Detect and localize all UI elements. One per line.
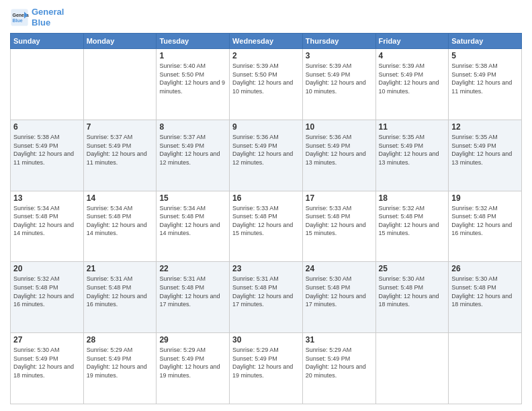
calendar-cell: [375, 333, 449, 404]
day-detail: Sunrise: 5:30 AMSunset: 5:48 PMDaylight:…: [379, 275, 446, 308]
calendar-cell: 17Sunrise: 5:33 AMSunset: 5:48 PMDayligh…: [302, 191, 375, 262]
calendar-cell: 25Sunrise: 5:30 AMSunset: 5:48 PMDayligh…: [375, 262, 449, 333]
day-detail: Sunrise: 5:34 AMSunset: 5:48 PMDaylight:…: [87, 204, 154, 238]
day-detail: Sunrise: 5:32 AMSunset: 5:48 PMDaylight:…: [451, 204, 519, 238]
calendar-cell: 29Sunrise: 5:29 AMSunset: 5:49 PMDayligh…: [157, 333, 230, 404]
general-blue-logo-icon: General Blue: [10, 8, 29, 27]
calendar-cell: 7Sunrise: 5:37 AMSunset: 5:49 PMDaylight…: [83, 120, 157, 191]
day-number: 10: [306, 122, 373, 132]
weekday-header-tuesday: Tuesday: [157, 34, 230, 49]
day-detail: Sunrise: 5:38 AMSunset: 5:49 PMDaylight:…: [451, 62, 519, 95]
weekday-header-sunday: Sunday: [11, 34, 84, 49]
calendar-cell: 12Sunrise: 5:35 AMSunset: 5:49 PMDayligh…: [449, 120, 522, 191]
day-number: 3: [306, 51, 373, 60]
weekday-header-monday: Monday: [83, 34, 157, 49]
day-number: 27: [13, 335, 81, 345]
day-number: 2: [232, 51, 300, 60]
calendar-cell: 4Sunrise: 5:39 AMSunset: 5:49 PMDaylight…: [375, 49, 449, 120]
calendar-cell: 13Sunrise: 5:34 AMSunset: 5:48 PMDayligh…: [11, 191, 84, 262]
day-number: 20: [13, 264, 81, 273]
day-number: 4: [379, 51, 446, 60]
calendar-cell: 16Sunrise: 5:33 AMSunset: 5:48 PMDayligh…: [230, 191, 303, 262]
day-number: 13: [13, 193, 81, 203]
day-number: 31: [306, 335, 373, 345]
weekday-header-row: SundayMondayTuesdayWednesdayThursdayFrid…: [11, 34, 522, 49]
calendar-cell: 31Sunrise: 5:29 AMSunset: 5:49 PMDayligh…: [302, 333, 375, 404]
day-number: 23: [232, 264, 300, 273]
calendar-cell: [11, 49, 84, 120]
calendar-cell: [449, 333, 522, 404]
day-detail: Sunrise: 5:31 AMSunset: 5:48 PMDaylight:…: [232, 275, 300, 308]
day-number: 8: [159, 122, 226, 132]
weekday-header-saturday: Saturday: [449, 34, 522, 49]
week-row-5: 27Sunrise: 5:30 AMSunset: 5:49 PMDayligh…: [11, 333, 522, 404]
day-detail: Sunrise: 5:36 AMSunset: 5:49 PMDaylight:…: [232, 133, 300, 167]
svg-text:Blue: Blue: [13, 18, 23, 23]
calendar-cell: 9Sunrise: 5:36 AMSunset: 5:49 PMDaylight…: [230, 120, 303, 191]
day-detail: Sunrise: 5:36 AMSunset: 5:49 PMDaylight:…: [306, 133, 373, 167]
calendar-cell: 10Sunrise: 5:36 AMSunset: 5:49 PMDayligh…: [302, 120, 375, 191]
day-detail: Sunrise: 5:34 AMSunset: 5:48 PMDaylight:…: [159, 204, 226, 238]
week-row-2: 6Sunrise: 5:38 AMSunset: 5:49 PMDaylight…: [11, 120, 522, 191]
calendar-cell: 19Sunrise: 5:32 AMSunset: 5:48 PMDayligh…: [449, 191, 522, 262]
day-number: 18: [379, 193, 446, 203]
calendar-cell: 14Sunrise: 5:34 AMSunset: 5:48 PMDayligh…: [83, 191, 157, 262]
calendar-cell: 8Sunrise: 5:37 AMSunset: 5:49 PMDaylight…: [157, 120, 230, 191]
day-detail: Sunrise: 5:32 AMSunset: 5:48 PMDaylight:…: [379, 204, 446, 238]
day-number: 28: [87, 335, 154, 345]
calendar-cell: 11Sunrise: 5:35 AMSunset: 5:49 PMDayligh…: [375, 120, 449, 191]
day-detail: Sunrise: 5:37 AMSunset: 5:49 PMDaylight:…: [87, 133, 154, 167]
calendar-cell: 15Sunrise: 5:34 AMSunset: 5:48 PMDayligh…: [157, 191, 230, 262]
day-number: 24: [306, 264, 373, 273]
day-detail: Sunrise: 5:33 AMSunset: 5:48 PMDaylight:…: [232, 204, 300, 238]
calendar-cell: 27Sunrise: 5:30 AMSunset: 5:49 PMDayligh…: [11, 333, 84, 404]
day-number: 25: [379, 264, 446, 273]
day-detail: Sunrise: 5:31 AMSunset: 5:48 PMDaylight:…: [159, 275, 226, 308]
day-number: 22: [159, 264, 226, 273]
calendar-cell: 3Sunrise: 5:39 AMSunset: 5:49 PMDaylight…: [302, 49, 375, 120]
day-detail: Sunrise: 5:29 AMSunset: 5:49 PMDaylight:…: [232, 346, 300, 379]
calendar-cell: 1Sunrise: 5:40 AMSunset: 5:50 PMDaylight…: [157, 49, 230, 120]
calendar-table: SundayMondayTuesdayWednesdayThursdayFrid…: [10, 33, 522, 404]
calendar-cell: 24Sunrise: 5:30 AMSunset: 5:48 PMDayligh…: [302, 262, 375, 333]
day-number: 29: [159, 335, 226, 345]
day-number: 19: [451, 193, 519, 203]
day-detail: Sunrise: 5:29 AMSunset: 5:49 PMDaylight:…: [159, 346, 226, 379]
page: General Blue General Blue SundayMondayTu…: [0, 0, 532, 411]
calendar-cell: 20Sunrise: 5:32 AMSunset: 5:48 PMDayligh…: [11, 262, 84, 333]
day-number: 1: [159, 51, 226, 60]
weekday-header-friday: Friday: [375, 34, 449, 49]
calendar-cell: 5Sunrise: 5:38 AMSunset: 5:49 PMDaylight…: [449, 49, 522, 120]
calendar-cell: 6Sunrise: 5:38 AMSunset: 5:49 PMDaylight…: [11, 120, 84, 191]
day-detail: Sunrise: 5:31 AMSunset: 5:48 PMDaylight:…: [87, 275, 154, 308]
logo: General Blue General Blue: [10, 7, 64, 28]
svg-rect-0: [11, 9, 28, 26]
day-number: 26: [451, 264, 519, 273]
day-detail: Sunrise: 5:30 AMSunset: 5:48 PMDaylight:…: [451, 275, 519, 308]
day-number: 5: [451, 51, 519, 60]
day-number: 30: [232, 335, 300, 345]
day-number: 15: [159, 193, 226, 203]
day-detail: Sunrise: 5:39 AMSunset: 5:49 PMDaylight:…: [306, 62, 373, 95]
day-detail: Sunrise: 5:35 AMSunset: 5:49 PMDaylight:…: [379, 133, 446, 167]
calendar-cell: 30Sunrise: 5:29 AMSunset: 5:49 PMDayligh…: [230, 333, 303, 404]
calendar-cell: 22Sunrise: 5:31 AMSunset: 5:48 PMDayligh…: [157, 262, 230, 333]
logo-text: General Blue: [32, 7, 64, 28]
day-detail: Sunrise: 5:30 AMSunset: 5:48 PMDaylight:…: [306, 275, 373, 308]
day-number: 6: [13, 122, 81, 132]
day-detail: Sunrise: 5:29 AMSunset: 5:49 PMDaylight:…: [306, 346, 373, 379]
day-number: 14: [87, 193, 154, 203]
weekday-header-wednesday: Wednesday: [230, 34, 303, 49]
day-detail: Sunrise: 5:34 AMSunset: 5:48 PMDaylight:…: [13, 204, 81, 238]
header: General Blue General Blue: [10, 7, 522, 28]
calendar-cell: [83, 49, 157, 120]
week-row-1: 1Sunrise: 5:40 AMSunset: 5:50 PMDaylight…: [11, 49, 522, 120]
week-row-4: 20Sunrise: 5:32 AMSunset: 5:48 PMDayligh…: [11, 262, 522, 333]
calendar-cell: 26Sunrise: 5:30 AMSunset: 5:48 PMDayligh…: [449, 262, 522, 333]
calendar-cell: 28Sunrise: 5:29 AMSunset: 5:49 PMDayligh…: [83, 333, 157, 404]
day-detail: Sunrise: 5:30 AMSunset: 5:49 PMDaylight:…: [13, 346, 81, 379]
day-detail: Sunrise: 5:39 AMSunset: 5:49 PMDaylight:…: [379, 62, 446, 95]
day-detail: Sunrise: 5:37 AMSunset: 5:49 PMDaylight:…: [159, 133, 226, 167]
calendar-cell: 18Sunrise: 5:32 AMSunset: 5:48 PMDayligh…: [375, 191, 449, 262]
day-number: 7: [87, 122, 154, 132]
